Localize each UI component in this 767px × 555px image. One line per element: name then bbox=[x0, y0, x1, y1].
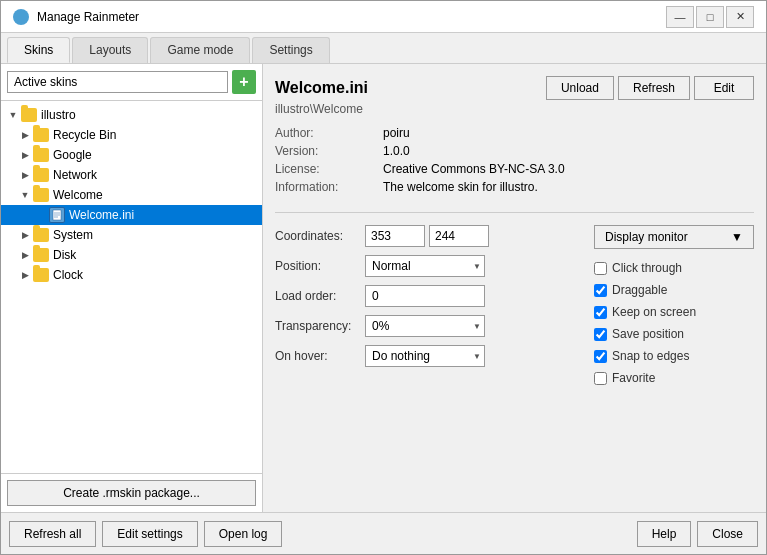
bottom-bar: Refresh all Edit settings Open log Help … bbox=[1, 512, 766, 554]
keep-on-screen-checkbox[interactable] bbox=[594, 306, 607, 319]
tree-item-welcome-ini[interactable]: Welcome.ini bbox=[1, 205, 262, 225]
coord-inputs bbox=[365, 225, 489, 247]
save-position-checkbox[interactable] bbox=[594, 328, 607, 341]
refresh-all-button[interactable]: Refresh all bbox=[9, 521, 96, 547]
toggle-icon-disk[interactable]: ▶ bbox=[17, 247, 33, 263]
transparency-select[interactable]: 0% 10% 20% 50% 100% bbox=[365, 315, 485, 337]
tree-label-network: Network bbox=[53, 168, 97, 182]
load-order-input[interactable] bbox=[365, 285, 485, 307]
transparency-label: Transparency: bbox=[275, 319, 365, 333]
skin-header: Welcome.ini Unload Refresh Edit bbox=[275, 76, 754, 100]
spacer-welcome-ini bbox=[33, 207, 49, 223]
save-position-row: Save position bbox=[594, 327, 754, 341]
tabs-bar: Skins Layouts Game mode Settings bbox=[1, 33, 766, 64]
tab-game-mode[interactable]: Game mode bbox=[150, 37, 250, 63]
minimize-button[interactable]: — bbox=[666, 6, 694, 28]
toggle-icon-google[interactable]: ▶ bbox=[17, 147, 33, 163]
coord-y-input[interactable] bbox=[429, 225, 489, 247]
tree-label-google: Google bbox=[53, 148, 92, 162]
open-log-button[interactable]: Open log bbox=[204, 521, 283, 547]
folder-icon-google bbox=[33, 148, 49, 162]
tab-settings[interactable]: Settings bbox=[252, 37, 329, 63]
on-hover-select[interactable]: Do nothing Hide Fade in Fade out bbox=[365, 345, 485, 367]
toggle-icon-network[interactable]: ▶ bbox=[17, 167, 33, 183]
tree-item-disk[interactable]: ▶ Disk bbox=[1, 245, 262, 265]
coord-x-input[interactable] bbox=[365, 225, 425, 247]
maximize-button[interactable]: □ bbox=[696, 6, 724, 28]
display-monitor-button[interactable]: Display monitor ▼ bbox=[594, 225, 754, 249]
main-content: Active skins All skins + ▼ illustro ▶ Re… bbox=[1, 64, 766, 512]
license-label: License: bbox=[275, 162, 375, 176]
folder-icon-welcome bbox=[33, 188, 49, 202]
click-through-checkbox[interactable] bbox=[594, 262, 607, 275]
folder-icon-recycle-bin bbox=[33, 128, 49, 142]
toggle-icon-illustro[interactable]: ▼ bbox=[5, 107, 21, 123]
toggle-icon-clock[interactable]: ▶ bbox=[17, 267, 33, 283]
on-hover-row: On hover: Do nothing Hide Fade in Fade o… bbox=[275, 345, 582, 367]
display-monitor-arrow-icon: ▼ bbox=[731, 230, 743, 244]
add-skin-button[interactable]: + bbox=[232, 70, 256, 94]
skin-buttons: Unload Refresh Edit bbox=[546, 76, 754, 100]
tree-item-google[interactable]: ▶ Google bbox=[1, 145, 262, 165]
close-button[interactable]: Close bbox=[697, 521, 758, 547]
create-btn-area: Create .rmskin package... bbox=[1, 473, 262, 512]
edit-button[interactable]: Edit bbox=[694, 76, 754, 100]
toggle-icon-welcome[interactable]: ▼ bbox=[17, 187, 33, 203]
tree-item-system[interactable]: ▶ System bbox=[1, 225, 262, 245]
tree-item-clock[interactable]: ▶ Clock bbox=[1, 265, 262, 285]
tree-label-welcome: Welcome bbox=[53, 188, 103, 202]
settings-section: Coordinates: Position: Normal Always on bbox=[275, 225, 754, 389]
left-panel: Active skins All skins + ▼ illustro ▶ Re… bbox=[1, 64, 263, 512]
tree-item-welcome[interactable]: ▼ Welcome bbox=[1, 185, 262, 205]
license-value: Creative Commons BY-NC-SA 3.0 bbox=[383, 162, 754, 176]
section-divider bbox=[275, 212, 754, 213]
tree-item-network[interactable]: ▶ Network bbox=[1, 165, 262, 185]
refresh-button[interactable]: Refresh bbox=[618, 76, 690, 100]
keep-on-screen-row: Keep on screen bbox=[594, 305, 754, 319]
folder-icon-network bbox=[33, 168, 49, 182]
position-label: Position: bbox=[275, 259, 365, 273]
tree-item-recycle-bin[interactable]: ▶ Recycle Bin bbox=[1, 125, 262, 145]
help-button[interactable]: Help bbox=[637, 521, 692, 547]
tree-label-system: System bbox=[53, 228, 93, 242]
author-value: poiru bbox=[383, 126, 754, 140]
edit-settings-button[interactable]: Edit settings bbox=[102, 521, 197, 547]
favorite-label: Favorite bbox=[612, 371, 655, 385]
unload-button[interactable]: Unload bbox=[546, 76, 614, 100]
tree-label-clock: Clock bbox=[53, 268, 83, 282]
tab-layouts[interactable]: Layouts bbox=[72, 37, 148, 63]
toggle-icon-system[interactable]: ▶ bbox=[17, 227, 33, 243]
tree-label-illustro: illustro bbox=[41, 108, 76, 122]
close-window-button[interactable]: ✕ bbox=[726, 6, 754, 28]
save-position-label: Save position bbox=[612, 327, 684, 341]
position-row: Position: Normal Always on top Always on… bbox=[275, 255, 582, 277]
version-value: 1.0.0 bbox=[383, 144, 754, 158]
on-hover-label: On hover: bbox=[275, 349, 365, 363]
draggable-checkbox[interactable] bbox=[594, 284, 607, 297]
load-order-label: Load order: bbox=[275, 289, 365, 303]
tab-skins[interactable]: Skins bbox=[7, 37, 70, 63]
skin-tree: ▼ illustro ▶ Recycle Bin ▶ Google bbox=[1, 101, 262, 473]
active-skins-dropdown[interactable]: Active skins All skins bbox=[7, 71, 228, 93]
draggable-row: Draggable bbox=[594, 283, 754, 297]
position-select[interactable]: Normal Always on top Always on bottom On… bbox=[365, 255, 485, 277]
position-select-wrapper: Normal Always on top Always on bottom On… bbox=[365, 255, 485, 277]
toggle-icon-recycle-bin[interactable]: ▶ bbox=[17, 127, 33, 143]
click-through-label: Click through bbox=[612, 261, 682, 275]
title-bar-left: Manage Rainmeter bbox=[13, 9, 139, 25]
snap-to-edges-checkbox[interactable] bbox=[594, 350, 607, 363]
ini-icon-welcome bbox=[49, 207, 65, 223]
favorite-checkbox[interactable] bbox=[594, 372, 607, 385]
transparency-select-wrapper: 0% 10% 20% 50% 100% bbox=[365, 315, 485, 337]
snap-to-edges-label: Snap to edges bbox=[612, 349, 689, 363]
tree-item-illustro[interactable]: ▼ illustro bbox=[1, 105, 262, 125]
transparency-row: Transparency: 0% 10% 20% 50% 100% bbox=[275, 315, 582, 337]
create-rmskin-button[interactable]: Create .rmskin package... bbox=[7, 480, 256, 506]
tree-label-disk: Disk bbox=[53, 248, 76, 262]
tree-label-welcome-ini: Welcome.ini bbox=[69, 208, 134, 222]
draggable-label: Draggable bbox=[612, 283, 667, 297]
main-window: Manage Rainmeter — □ ✕ Skins Layouts Gam… bbox=[0, 0, 767, 555]
on-hover-select-wrapper: Do nothing Hide Fade in Fade out bbox=[365, 345, 485, 367]
skin-title: Welcome.ini bbox=[275, 79, 368, 97]
dropdown-bar: Active skins All skins + bbox=[1, 64, 262, 101]
